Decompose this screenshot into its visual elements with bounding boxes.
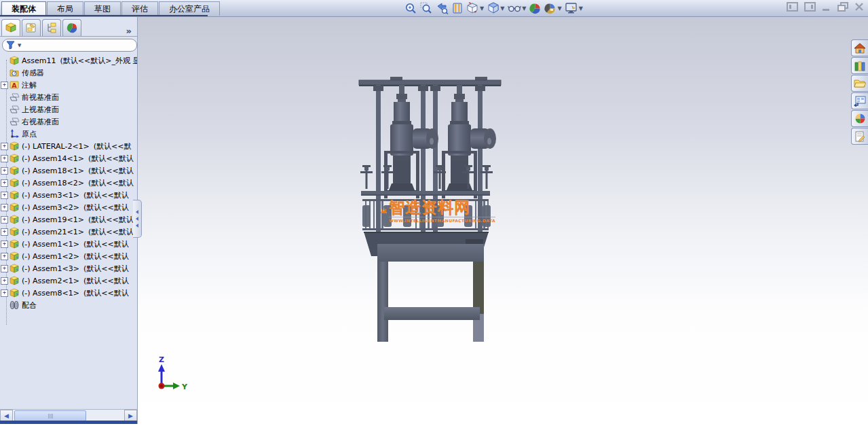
tree-item-label: 原点: [22, 129, 37, 139]
tree-item-7[interactable]: +(-) Assem14<1>(默认<<默认: [0, 152, 137, 164]
tree-root-item[interactable]: Assem11(默认<<默认>_外观 显: [0, 54, 137, 67]
ribbon-tabs: 装配体布局草图评估办公室产品: [1, 1, 220, 16]
tree-item-label: (-) Assem18<1>: [22, 166, 84, 175]
ribbon-tab-3[interactable]: 评估: [121, 1, 158, 16]
featuremanager-design-tree-tab[interactable]: [1, 19, 20, 36]
tab-overflow-chevron[interactable]: »: [126, 26, 132, 36]
expand-toggle[interactable]: +: [0, 155, 9, 162]
tree-item-8[interactable]: +(-) Assem18<1>(默认<<默认: [0, 164, 137, 177]
view-orientation-button[interactable]: ▼: [466, 1, 485, 15]
expand-toggle[interactable]: +: [0, 143, 9, 150]
tree-filter-input[interactable]: ▼: [2, 39, 137, 52]
component-icon: [9, 227, 20, 236]
apply-scene-dropdown-arrow[interactable]: ▼: [557, 5, 561, 12]
zoom-to-area-button[interactable]: [419, 1, 433, 15]
scrollbar-track[interactable]: [86, 410, 124, 421]
graphics-viewport[interactable]: [137, 16, 868, 426]
tree-item-11[interactable]: +(-) Assem3<2>(默认<<默认: [0, 201, 137, 213]
tree-item-label: (-) Assem14<1>: [22, 154, 84, 163]
display-style-dropdown-arrow[interactable]: ▼: [500, 5, 504, 12]
ribbon-tab-1[interactable]: 布局: [47, 1, 83, 16]
tree-item-5[interactable]: 原点: [0, 128, 137, 140]
expand-toggle[interactable]: +: [0, 82, 9, 89]
panel-horizontal-scrollbar[interactable]: ◀ ▶: [0, 409, 137, 421]
displaymanager-tab[interactable]: [62, 19, 81, 36]
tree-item-15[interactable]: +(-) Assem1<2>(默认<<默认: [0, 250, 137, 262]
tree-item-16[interactable]: +(-) Assem1<3>(默认<<默认: [0, 262, 137, 274]
expand-toggle[interactable]: +: [0, 167, 9, 175]
tree-item-19[interactable]: 配合: [0, 299, 137, 311]
zoom-to-fit-button[interactable]: [404, 1, 417, 15]
expand-toggle[interactable]: +: [0, 289, 9, 297]
toggle-right-pane-button[interactable]: [804, 2, 816, 14]
expand-toggle[interactable]: +: [0, 241, 9, 248]
ribbon-bar: 装配体布局草图评估办公室产品 ▼▼▼▼▼: [0, 0, 868, 17]
minimize-window-button[interactable]: [822, 2, 831, 14]
expand-toggle[interactable]: +: [0, 253, 9, 260]
display-style-button[interactable]: ▼: [487, 1, 505, 15]
tree-item-4[interactable]: 右视基准面: [0, 116, 137, 128]
plane-icon: [9, 105, 20, 114]
tree-item-10[interactable]: +(-) Assem3<1>(默认<<默认: [0, 189, 137, 201]
component-icon: [9, 166, 20, 175]
tree-item-18[interactable]: +(-) Assem8<1>(默认<<默认: [0, 287, 137, 299]
triad-z-label: Z: [159, 355, 164, 364]
section-view-button[interactable]: [451, 1, 464, 15]
file-explorer-tab[interactable]: [851, 75, 868, 92]
close-window-button[interactable]: [854, 2, 864, 14]
tree-item-1[interactable]: +A注解: [0, 79, 137, 91]
tree-item-17[interactable]: +(-) Assem2<1>(默认<<默认: [0, 274, 137, 287]
featuremanager-tab-strip: »: [1, 19, 136, 36]
tree-item-0[interactable]: 传感器: [0, 67, 137, 79]
component-icon: [9, 251, 20, 261]
hide-show-items-button[interactable]: ▼: [507, 1, 527, 15]
expand-toggle[interactable]: +: [0, 265, 9, 272]
ribbon-underline: [0, 15, 208, 16]
expand-toggle[interactable]: +: [0, 216, 9, 224]
expand-toggle[interactable]: +: [0, 277, 9, 285]
scrollbar-thumb[interactable]: [14, 410, 86, 421]
tree-item-9[interactable]: +(-) Assem18<2>(默认<<默认: [0, 177, 137, 189]
ribbon-tab-2[interactable]: 草图: [84, 1, 121, 16]
tree-item-label: (-) Assem1<2>: [22, 252, 79, 261]
tree-item-13[interactable]: +(-) Assem21<1>(默认<<默认: [0, 226, 137, 238]
tree-item-14[interactable]: +(-) Assem1<1>(默认<<默认: [0, 238, 137, 250]
tree-item-config-suffix: (默认<<默认>_外观 显: [60, 56, 137, 66]
tree-item-6[interactable]: +(-) LATERAL-2<1>(默认<<默: [0, 140, 137, 152]
ribbon-tab-4[interactable]: 办公室产品: [159, 1, 220, 16]
toggle-left-pane-button[interactable]: [787, 2, 798, 14]
view-orientation-dropdown-arrow[interactable]: ▼: [480, 5, 484, 12]
custom-properties-tab[interactable]: [851, 128, 868, 145]
edit-appearance-button[interactable]: [529, 1, 542, 15]
expand-toggle[interactable]: +: [0, 179, 9, 187]
apply-scene-button[interactable]: ▼: [544, 1, 562, 15]
hide-show-items-dropdown-arrow[interactable]: ▼: [522, 5, 526, 12]
configurationmanager-tab[interactable]: [42, 19, 61, 36]
filter-dropdown-arrow[interactable]: ▼: [18, 43, 21, 48]
view-settings-dropdown-arrow[interactable]: ▼: [579, 5, 583, 12]
ribbon-tab-0[interactable]: 装配体: [1, 1, 46, 16]
appearances-scenes-tab[interactable]: [851, 110, 868, 127]
component-icon: [9, 154, 20, 163]
previous-view-button[interactable]: [435, 1, 449, 15]
solidworks-window: 智造资料网 WWW.INTELLIGENTMANUFACTURING.DATA …: [0, 0, 868, 426]
tree-item-12[interactable]: +(-) Assem19<1>(默认<<默认: [0, 213, 137, 226]
panel-collapse-splitter[interactable]: [133, 200, 142, 238]
expand-toggle[interactable]: +: [0, 204, 9, 211]
view-settings-button[interactable]: ▼: [565, 1, 584, 15]
view-palette-tab[interactable]: [851, 92, 868, 109]
expand-toggle[interactable]: +: [0, 192, 9, 199]
tree-item-config-suffix: (默认<<默认: [83, 276, 129, 286]
tree-item-label: (-) Assem18<2>: [22, 179, 84, 188]
mates-icon: [9, 300, 20, 310]
solidworks-resources-tab[interactable]: [851, 39, 868, 56]
triad-y-label: Y: [181, 383, 188, 391]
design-library-tab[interactable]: [851, 57, 868, 74]
tree-item-2[interactable]: 前视基准面: [0, 91, 137, 103]
expand-toggle[interactable]: +: [0, 228, 9, 236]
restore-window-button[interactable]: [837, 2, 848, 14]
tree-item-3[interactable]: 上视基准面: [0, 103, 137, 116]
tree-item-label: (-) Assem19<1>: [22, 215, 84, 224]
propertymanager-tab[interactable]: [22, 19, 41, 36]
tree-item-label: (-) LATERAL-2<1>: [22, 142, 90, 151]
